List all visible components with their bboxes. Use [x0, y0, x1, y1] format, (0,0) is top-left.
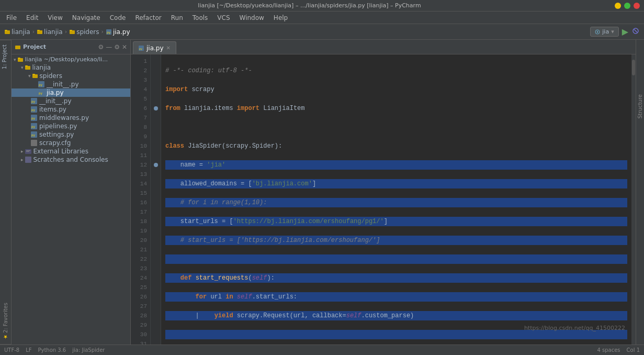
status-python[interactable]: Python 3.6 [38, 347, 66, 353]
file-tree: ▾ lianjia ~/Desktop/yuekao/li... ▾ lianj… [12, 54, 130, 345]
menu-view[interactable]: View [43, 13, 66, 23]
tree-item-middlewares[interactable]: py middlewares.py [12, 114, 130, 122]
breadcrumb-jia-py[interactable]: py jia.py [106, 28, 130, 36]
debug-button[interactable] [631, 27, 640, 37]
menu-refactor[interactable]: Refactor [131, 13, 165, 23]
py-file-icon-pipelines: py [30, 123, 38, 130]
svg-rect-3 [37, 30, 40, 31]
code-area[interactable]: 1 2 3 4 5 6 7 8 9 10 11 12 13 14 15 16 1 [131, 54, 636, 345]
menu-edit[interactable]: Edit [22, 13, 42, 23]
svg-rect-1 [5, 30, 7, 31]
folder-icon [4, 29, 10, 35]
code-content[interactable]: # -*- coding: utf-8 -*- import scrapy fr… [161, 54, 631, 345]
spiders-folder-label: spiders [40, 72, 62, 80]
bookmark-12 [154, 163, 158, 167]
tree-item-lianjia[interactable]: ▾ lianjia [12, 63, 130, 72]
svg-rect-33 [31, 140, 37, 146]
project-tab[interactable]: 1: Project [0, 40, 11, 73]
tab-close-icon[interactable]: ✕ [166, 45, 171, 51]
maximize-btn[interactable] [624, 3, 630, 9]
jia-py-tab-icon: py [139, 46, 144, 51]
menu-help[interactable]: Help [269, 13, 292, 23]
menu-vcs[interactable]: VCS [213, 13, 234, 23]
scratches-label: Scratches and Consoles [33, 156, 108, 163]
status-col[interactable]: Col 1 [627, 347, 640, 353]
settings-label: settings.py [39, 131, 74, 138]
tree-item-init[interactable]: py __init__.py [12, 97, 130, 105]
menu-tools[interactable]: Tools [188, 13, 212, 23]
py-file-icon-items: py [30, 106, 38, 113]
py-file-icon-spiders-init: py [38, 81, 45, 88]
svg-rect-35 [26, 150, 30, 151]
code-gutter [151, 54, 161, 345]
init-label: __init__.py [39, 97, 72, 105]
py-file-icon-settings: py [30, 131, 38, 138]
tree-item-pipelines[interactable]: py pipelines.py [12, 122, 130, 130]
lianjia-folder-icon [25, 64, 31, 71]
external-libs-label: External Libraries [33, 148, 88, 155]
svg-text:py: py [31, 125, 36, 129]
tree-item-init-spiders[interactable]: py __init__.py [12, 80, 130, 88]
status-encoding[interactable]: UTF-8 [4, 347, 19, 353]
run-button[interactable]: ▶ [622, 27, 628, 37]
svg-rect-13 [18, 58, 23, 62]
breadcrumb-lianjia-root[interactable]: lianjia [4, 28, 30, 36]
menu-file[interactable]: File [2, 13, 21, 23]
tree-item-settings[interactable]: py settings.py [12, 130, 130, 139]
project-panel-icon [15, 44, 21, 50]
status-lineending[interactable]: LF [26, 347, 31, 353]
folder-icon-3 [69, 29, 75, 35]
favorites-tab[interactable]: ★ 2: Favorites [0, 298, 11, 345]
tree-item-spiders[interactable]: ▾ spiders [12, 72, 130, 80]
tree-item-items[interactable]: py items.py [12, 105, 130, 114]
breadcrumb-lianjia[interactable]: lianjia [37, 28, 63, 36]
svg-text:py: py [39, 83, 43, 87]
jia-py-tab[interactable]: py jia.py ✕ [133, 41, 176, 54]
items-label: items.py [39, 106, 66, 113]
editor-area: py jia.py ✕ 1 2 3 4 5 6 7 8 9 [131, 40, 636, 345]
tree-item-jia-py[interactable]: py jia.py [12, 88, 130, 97]
tree-item-scratches[interactable]: ▸ Scratches and Consoles [12, 156, 130, 164]
gear-icon[interactable]: ⚙ [114, 43, 120, 51]
vertical-scrollbar[interactable] [631, 54, 636, 345]
project-panel-title: Project [23, 43, 46, 50]
breadcrumb-spiders[interactable]: spiders [69, 28, 99, 36]
breadcrumb-sep-1: › [32, 28, 35, 35]
sync-icon[interactable]: ⚙ [98, 43, 104, 51]
menu-navigate[interactable]: Navigate [68, 13, 105, 23]
svg-rect-12 [15, 46, 20, 49]
init-spiders-label: __init__.py [47, 81, 79, 88]
lianjia-folder-label: lianjia [32, 64, 51, 71]
run-config-dropdown[interactable]: jia ▾ [590, 27, 618, 37]
svg-rect-0 [5, 30, 10, 34]
status-class[interactable]: jia: JiaSpider [72, 347, 105, 353]
titlebar-text: lianjia [~/Desktop/yuekao/lianjia] – ...… [4, 2, 615, 9]
tree-item-root[interactable]: ▾ lianjia ~/Desktop/yuekao/li... [12, 56, 130, 63]
structure-tab[interactable]: Structure [636, 92, 644, 121]
close-panel-icon[interactable]: ✕ [122, 43, 127, 51]
ext-libs-icon [25, 148, 32, 155]
main-area: 1: Project ★ 2: Favorites Project ⚙ — ⚙ … [0, 40, 644, 345]
menu-window[interactable]: Window [235, 13, 268, 23]
collapse-icon[interactable]: — [106, 43, 112, 51]
minimize-btn[interactable] [615, 3, 621, 9]
breadcrumb-toolbar: lianjia › lianjia › spiders › py jia.py … [0, 24, 644, 40]
tree-item-external-libs[interactable]: ▸ External Libraries [12, 147, 130, 156]
jia-py-label: jia.py [47, 89, 64, 96]
svg-marker-9 [597, 31, 598, 33]
window-controls [615, 3, 640, 9]
project-panel-header: Project ⚙ — ⚙ ✕ [12, 40, 130, 54]
menu-run[interactable]: Run [167, 13, 187, 23]
status-indent[interactable]: 4 spaces [597, 347, 620, 353]
spiders-folder-icon [32, 73, 38, 79]
menu-code[interactable]: Code [106, 13, 130, 23]
tree-item-scrapy-cfg[interactable]: scrapy.cfg [12, 139, 130, 147]
svg-rect-2 [37, 30, 42, 34]
svg-rect-17 [32, 74, 38, 78]
close-btn[interactable] [634, 3, 640, 9]
bookmark-6 [154, 106, 158, 110]
folder-icon-2 [37, 29, 43, 35]
titlebar: lianjia [~/Desktop/yuekao/lianjia] – ...… [0, 0, 644, 12]
root-folder-icon [17, 57, 24, 63]
svg-text:py: py [31, 133, 36, 137]
